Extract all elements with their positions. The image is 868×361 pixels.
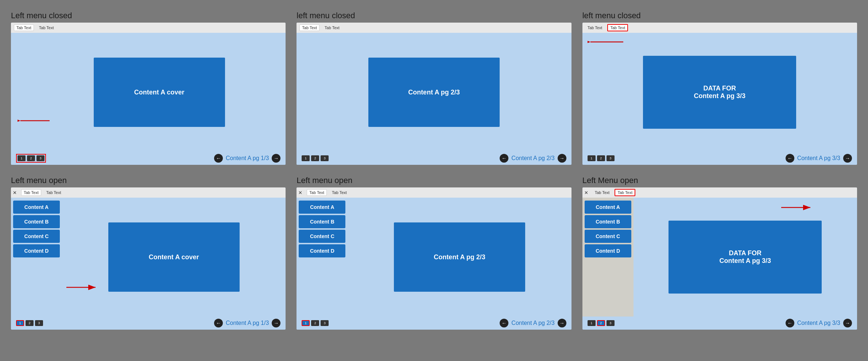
- tab-2-bot-mid[interactable]: Tab Text: [330, 190, 349, 195]
- bottom-bar-bot-left: 1 2 3 ← Content A pg 1/3 →: [11, 317, 286, 330]
- content-top-right: DATA FOR Content A pg 3/3 1 2 3 ← Conten…: [582, 33, 857, 165]
- main-box-bot-mid: Content A pg 2/3: [394, 222, 525, 292]
- dot-2-bot-right[interactable]: 2: [597, 320, 605, 326]
- tab-2-bot-left[interactable]: Tab Text: [44, 190, 63, 195]
- tab-1-top-left[interactable]: Tab Text: [14, 24, 34, 31]
- menu-item-d-bot-mid[interactable]: Content D: [299, 244, 345, 257]
- bottom-bar-top-mid: 1 2 3 ← Content A pg 2/3 →: [297, 152, 571, 165]
- panel-wrapper-bot-mid: Left menu open ✕ Tab Text Tab Text Conte…: [297, 176, 571, 330]
- content-top-mid: Content A pg 2/3 1 2 3 ← Content A pg 2/…: [297, 33, 571, 165]
- page-nav-top-right: ← Content A pg 3/3 →: [786, 154, 852, 163]
- dot-3-bot-left[interactable]: 3: [35, 320, 43, 326]
- tab-1-bot-mid[interactable]: Tab Text: [307, 189, 327, 196]
- tab-bar-bot-right: ✕ Tab Text Tab Text: [582, 187, 857, 198]
- next-btn-top-left[interactable]: →: [272, 154, 280, 163]
- panel-label-bot-right: Left Menu open: [582, 176, 857, 185]
- menu-layout-bot-mid: Content A Content B Content C Content D …: [297, 198, 571, 317]
- panel-label-top-left: Left menu closed: [11, 11, 286, 20]
- dot-2-top-right[interactable]: 2: [597, 155, 605, 161]
- left-menu-bot-mid: Content A Content B Content C Content D: [297, 198, 348, 317]
- dot-2-bot-left[interactable]: 2: [26, 320, 34, 326]
- dot-1-bot-mid[interactable]: 1: [302, 320, 310, 326]
- tab-2-top-mid[interactable]: Tab Text: [322, 25, 342, 31]
- bottom-bar-top-right: 1 2 3 ← Content A pg 3/3 →: [582, 152, 857, 165]
- panel-top-left: Tab Text Tab Text Content A cover: [11, 23, 286, 165]
- page-nav-top-mid: ← Content A pg 2/3 →: [500, 154, 566, 163]
- menu-item-b-bot-right[interactable]: Content B: [585, 215, 631, 228]
- menu-item-b-bot-left[interactable]: Content B: [13, 215, 60, 228]
- panel-wrapper-bot-right: Left Menu open ✕ Tab Text Tab Text Conte…: [582, 176, 857, 330]
- dot-2-top-left[interactable]: 2: [27, 155, 35, 161]
- prev-btn-bot-left[interactable]: ←: [214, 319, 223, 327]
- dot-3-bot-right[interactable]: 3: [607, 320, 615, 326]
- menu-item-a-bot-right[interactable]: Content A: [585, 201, 631, 214]
- panel-top-mid: Tab Text Tab Text Content A pg 2/3 1 2 3: [297, 23, 571, 165]
- menu-item-c-bot-mid[interactable]: Content C: [299, 230, 345, 243]
- next-btn-bot-mid[interactable]: →: [558, 319, 566, 327]
- tab-2-top-left[interactable]: Tab Text: [37, 25, 56, 31]
- dot-3-top-left[interactable]: 3: [36, 155, 44, 161]
- content-area-top-left: Content A cover: [11, 33, 286, 152]
- prev-btn-top-right[interactable]: ←: [786, 154, 794, 163]
- next-btn-top-right[interactable]: →: [843, 154, 852, 163]
- next-btn-bot-right[interactable]: →: [843, 319, 852, 327]
- main-box-top-left: Content A cover: [94, 58, 225, 127]
- right-content-bot-mid: Content A pg 2/3: [348, 198, 571, 317]
- dot-1-bot-left[interactable]: 1: [16, 320, 24, 326]
- panel-wrapper-bot-left: Left menu open ✕ Tab Text Tab Text Conte…: [11, 176, 286, 330]
- content-bot-right: Content A Content B Content C Content D: [582, 198, 857, 330]
- panel-bot-mid: ✕ Tab Text Tab Text Content A Content B …: [297, 187, 571, 330]
- next-btn-top-mid[interactable]: →: [558, 154, 566, 163]
- menu-item-a-bot-left[interactable]: Content A: [13, 201, 60, 214]
- close-x-bot-left[interactable]: ✕: [13, 190, 17, 195]
- content-area-top-mid: Content A pg 2/3: [297, 33, 571, 152]
- arrow-right-tab-bot-right: [780, 203, 813, 213]
- panel-label-top-right: left menu closed: [582, 11, 857, 20]
- prev-btn-bot-right[interactable]: ←: [786, 319, 794, 327]
- menu-item-a-bot-mid[interactable]: Content A: [299, 201, 345, 214]
- menu-item-d-bot-right[interactable]: Content D: [585, 244, 631, 257]
- arrow-topleft-top-right: [588, 38, 624, 47]
- close-x-bot-mid[interactable]: ✕: [298, 190, 302, 195]
- menu-item-c-bot-right[interactable]: Content C: [585, 230, 631, 243]
- bottom-bar-top-left: 1 2 3 ← Content A pg 1/3 →: [11, 152, 286, 165]
- content-top-left: Content A cover 1 2 3 ← Content A pg 1/3: [11, 33, 286, 165]
- arrow-right-bot-left: [66, 283, 98, 293]
- dot-3-top-mid[interactable]: 3: [321, 155, 329, 161]
- dot-1-top-left[interactable]: 1: [18, 155, 26, 161]
- next-btn-bot-left[interactable]: →: [272, 319, 280, 327]
- dot-2-top-mid[interactable]: 2: [311, 155, 319, 161]
- menu-item-b-bot-mid[interactable]: Content B: [299, 215, 345, 228]
- left-menu-bot-left: Content A Content B Content C Content D: [11, 198, 62, 317]
- menu-layout-bot-left: Content A Content B Content C Content D: [11, 198, 286, 317]
- tab-bar-top-mid: Tab Text Tab Text: [297, 23, 571, 33]
- dot-1-top-right[interactable]: 1: [588, 155, 596, 161]
- menu-layout-bot-right: Content A Content B Content C Content D: [582, 198, 857, 317]
- tab-1-top-right[interactable]: Tab Text: [585, 25, 605, 31]
- menu-item-d-bot-left[interactable]: Content D: [13, 244, 60, 257]
- main-grid: Left menu closed Tab Text Tab Text Co: [11, 11, 857, 330]
- right-content-bot-left: Content A cover: [62, 198, 286, 317]
- dot-3-top-right[interactable]: 3: [607, 155, 615, 161]
- tab-bar-bot-left: ✕ Tab Text Tab Text: [11, 187, 286, 198]
- dot-1-bot-right[interactable]: 1: [588, 320, 596, 326]
- dot-3-bot-mid[interactable]: 3: [321, 320, 329, 326]
- tab-2-top-right[interactable]: Tab Text: [607, 24, 628, 31]
- tab-1-bot-left[interactable]: Tab Text: [21, 189, 41, 196]
- menu-item-c-bot-left[interactable]: Content C: [13, 230, 60, 243]
- content-area-top-right: DATA FOR Content A pg 3/3: [582, 33, 857, 152]
- tab-2-bot-right[interactable]: Tab Text: [615, 189, 635, 196]
- main-box-top-right: DATA FOR Content A pg 3/3: [643, 56, 796, 129]
- main-box-bot-left: Content A cover: [108, 222, 240, 292]
- dot-2-bot-mid[interactable]: 2: [311, 320, 319, 326]
- prev-btn-top-mid[interactable]: ←: [500, 154, 508, 163]
- dot-1-top-mid[interactable]: 1: [302, 155, 310, 161]
- prev-btn-top-left[interactable]: ←: [214, 154, 223, 163]
- tab-1-top-mid[interactable]: Tab Text: [299, 24, 319, 31]
- tab-1-bot-right[interactable]: Tab Text: [593, 190, 612, 195]
- panel-wrapper-top-left: Left menu closed Tab Text Tab Text Co: [11, 11, 286, 165]
- arrow-left-top-left: [18, 117, 50, 126]
- close-x-bot-right[interactable]: ✕: [584, 190, 588, 195]
- prev-btn-bot-mid[interactable]: ←: [500, 319, 508, 327]
- left-menu-bot-right: Content A Content B Content C Content D: [582, 198, 633, 317]
